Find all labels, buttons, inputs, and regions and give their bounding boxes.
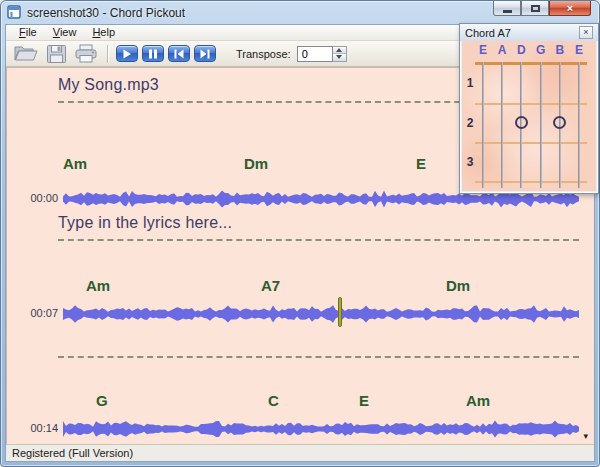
open-folder-icon — [13, 44, 39, 64]
chord-label[interactable]: C — [268, 392, 279, 409]
string — [501, 62, 503, 188]
chord-popup-window[interactable]: Chord A7 × EADGBE123 — [459, 23, 599, 194]
toolbar-separator — [107, 45, 108, 63]
finger-position-marker — [515, 116, 528, 129]
spinner-down-button[interactable] — [333, 54, 346, 61]
fret-wire — [475, 181, 587, 183]
chord-popup-titlebar[interactable]: Chord A7 × — [460, 24, 598, 41]
chord-diagram: EADGBE123 — [462, 41, 596, 191]
transpose-input[interactable] — [297, 46, 333, 62]
string — [578, 62, 580, 188]
string — [540, 62, 542, 188]
minimize-button[interactable] — [493, 1, 521, 16]
waveform[interactable] — [63, 303, 579, 325]
app-icon — [7, 5, 22, 20]
chord-label[interactable]: G — [96, 392, 108, 409]
scroll-down-arrow[interactable]: ▾ — [583, 432, 588, 441]
chord-popup-close-icon: × — [583, 28, 588, 37]
pause-icon — [148, 49, 158, 59]
chord-label[interactable]: Am — [86, 277, 110, 294]
fret-wire — [475, 142, 587, 144]
skip-forward-icon — [200, 49, 210, 59]
minimize-icon — [503, 10, 512, 13]
close-button[interactable]: × — [549, 1, 591, 16]
lyric-line[interactable]: Type in the lyrics here... — [58, 214, 232, 232]
chord-label[interactable]: Am — [63, 155, 87, 172]
title-bar[interactable]: screenshot30 - Chord Pickout × — [1, 1, 599, 24]
chord-label[interactable]: Dm — [446, 277, 470, 294]
window-controls: × — [493, 1, 591, 16]
save-button[interactable] — [41, 42, 71, 65]
menu-item-view[interactable]: View — [45, 25, 85, 40]
spinner-up-button[interactable] — [333, 47, 346, 55]
chord-label[interactable]: E — [416, 155, 426, 172]
play-icon — [122, 49, 132, 59]
save-icon — [46, 44, 67, 64]
menu-item-help[interactable]: Help — [84, 25, 123, 40]
close-icon: × — [567, 2, 573, 14]
printer-icon — [74, 44, 98, 64]
pause-button[interactable] — [142, 45, 164, 62]
next-button[interactable] — [194, 45, 216, 62]
status-text: Registered (Full Version) — [12, 447, 133, 459]
string — [482, 62, 484, 188]
chord-label[interactable]: E — [359, 392, 369, 409]
up-arrow-icon — [336, 48, 342, 52]
lyric-underline — [58, 239, 579, 241]
chord-label[interactable]: Dm — [244, 155, 268, 172]
timestamp: 00:14 — [14, 422, 58, 434]
window-title: screenshot30 - Chord Pickout — [27, 6, 185, 20]
playhead-cursor[interactable] — [338, 297, 342, 327]
string-label: G — [534, 43, 548, 57]
down-arrow-icon — [336, 55, 342, 59]
chord-label[interactable]: A7 — [261, 277, 280, 294]
maximize-button[interactable] — [521, 1, 549, 16]
chord-popup-close-button[interactable]: × — [579, 26, 593, 39]
lyric-underline — [58, 356, 579, 358]
timestamp: 00:00 — [14, 192, 58, 204]
string-label: E — [572, 43, 586, 57]
maximize-icon — [531, 5, 540, 12]
string-label: A — [495, 43, 509, 57]
play-button[interactable] — [116, 45, 138, 62]
previous-button[interactable] — [168, 45, 190, 62]
chord-label[interactable]: Am — [466, 392, 490, 409]
fret-number: 1 — [463, 76, 477, 90]
status-bar: Registered (Full Version) — [6, 444, 594, 461]
fret-number: 3 — [463, 155, 477, 169]
finger-position-marker — [553, 116, 566, 129]
open-button[interactable] — [11, 42, 41, 65]
chord-popup-title: Chord A7 — [465, 27, 511, 39]
transpose-label: Transpose: — [236, 48, 291, 60]
lyric-line[interactable]: My Song.mp3 — [58, 76, 159, 94]
app-window: screenshot30 - Chord Pickout × FileViewH… — [0, 0, 600, 467]
string-label: D — [514, 43, 528, 57]
waveform[interactable] — [63, 418, 579, 440]
menu-item-file[interactable]: File — [11, 25, 45, 40]
fret-wire — [475, 103, 587, 105]
nut — [475, 62, 587, 65]
timestamp: 00:07 — [14, 307, 58, 319]
string-label: B — [553, 43, 567, 57]
skip-back-icon — [174, 49, 184, 59]
fret-number: 2 — [463, 116, 477, 130]
string-label: E — [476, 43, 490, 57]
transpose-spinner — [333, 46, 347, 62]
print-button[interactable] — [71, 42, 101, 65]
